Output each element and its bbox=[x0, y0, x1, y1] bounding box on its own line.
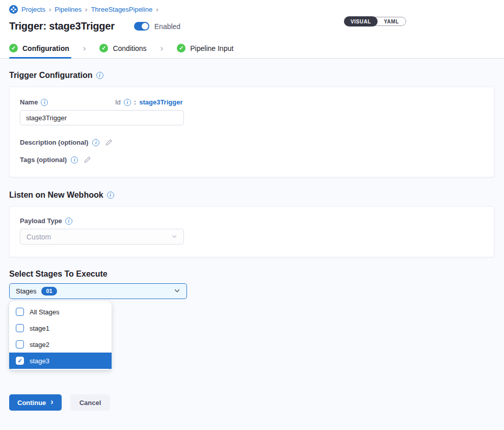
breadcrumb: Projects › Pipelines › ThreeStagesPipeli… bbox=[9, 5, 495, 14]
chevron-right-icon: › bbox=[161, 43, 164, 53]
info-icon[interactable]: i bbox=[107, 192, 114, 199]
trigger-configuration-card: Name i Id i : stage3Trigger Description … bbox=[9, 87, 494, 177]
payload-type-label: Payload Type bbox=[20, 217, 62, 225]
breadcrumb-projects[interactable]: Projects bbox=[21, 6, 45, 13]
enabled-toggle[interactable] bbox=[134, 22, 149, 31]
chevron-right-icon: › bbox=[50, 397, 53, 407]
checkbox-unchecked[interactable]: ✓ bbox=[16, 340, 24, 348]
option-label: stage3 bbox=[30, 357, 49, 365]
checkbox-unchecked[interactable]: ✓ bbox=[16, 324, 24, 332]
description-label: Description (optional) bbox=[20, 139, 88, 146]
edit-pencil-icon[interactable] bbox=[84, 156, 91, 164]
option-label: stage2 bbox=[30, 341, 49, 348]
id-label: Id bbox=[115, 98, 121, 106]
enabled-label: Enabled bbox=[154, 22, 180, 31]
tab-label: Pipeline Input bbox=[190, 44, 233, 52]
webhook-card: Payload Type i Custom bbox=[9, 206, 494, 257]
option-label: All Stages bbox=[30, 308, 60, 316]
tab-label: Configuration bbox=[22, 44, 69, 52]
toggle-knob bbox=[142, 23, 148, 30]
stages-select-label: Stages bbox=[16, 287, 36, 295]
name-field-label: Name bbox=[20, 98, 38, 106]
checkbox-checked[interactable]: ✓ bbox=[16, 357, 24, 365]
visual-toggle-button[interactable]: VISUAL bbox=[344, 16, 378, 26]
chevron-right-icon: › bbox=[83, 43, 86, 53]
stages-multiselect[interactable]: Stages 01 bbox=[9, 283, 187, 299]
chevron-down-icon bbox=[171, 233, 177, 241]
trigger-id-value[interactable]: stage3Trigger bbox=[139, 98, 182, 106]
cancel-button[interactable]: Cancel bbox=[70, 394, 111, 411]
chevron-down-icon bbox=[174, 287, 180, 296]
info-icon[interactable]: i bbox=[65, 218, 72, 225]
tags-label: Tags (optional) bbox=[20, 156, 67, 164]
checkbox-unchecked[interactable]: ✓ bbox=[16, 308, 24, 316]
breadcrumb-pipelines[interactable]: Pipelines bbox=[55, 6, 82, 13]
check-circle-icon: ✓ bbox=[9, 44, 18, 52]
cancel-label: Cancel bbox=[79, 399, 101, 407]
info-icon[interactable]: i bbox=[41, 99, 48, 106]
selected-count-badge: 01 bbox=[41, 287, 57, 295]
yaml-toggle-button[interactable]: YAML bbox=[377, 17, 406, 26]
edit-pencil-icon[interactable] bbox=[105, 139, 113, 146]
trigger-configuration-heading: Trigger Configuration i bbox=[9, 71, 494, 80]
stage-option-stage1[interactable]: ✓ stage1 bbox=[9, 320, 112, 336]
stage-option-stage3[interactable]: ✓ stage3 bbox=[9, 353, 112, 369]
chevron-right-icon: › bbox=[49, 6, 51, 13]
tab-configuration[interactable]: ✓ Configuration bbox=[9, 38, 69, 58]
page-header: Projects › Pipelines › ThreeStagesPipeli… bbox=[0, 0, 504, 38]
projects-grid-icon bbox=[9, 5, 18, 14]
stage-option-all-stages[interactable]: ✓ All Stages bbox=[9, 304, 112, 320]
stage-option-stage2[interactable]: ✓ stage2 bbox=[9, 336, 112, 353]
chevron-right-icon: › bbox=[85, 6, 87, 13]
main-content: Trigger Configuration i Name i Id i : st… bbox=[0, 59, 504, 430]
footer-actions: Continue › Cancel bbox=[9, 394, 494, 411]
option-label: stage1 bbox=[30, 325, 49, 332]
breadcrumb-pipeline-name[interactable]: ThreeStagesPipeline bbox=[91, 6, 152, 13]
trigger-name-input[interactable] bbox=[20, 110, 184, 125]
info-icon[interactable]: i bbox=[71, 156, 78, 164]
continue-label: Continue bbox=[17, 399, 46, 407]
visual-yaml-switch: VISUAL YAML bbox=[344, 17, 406, 26]
info-icon[interactable]: i bbox=[124, 99, 131, 106]
payload-type-value: Custom bbox=[26, 233, 51, 241]
heading-text: Trigger Configuration bbox=[9, 71, 93, 80]
stages-dropdown-menu: ✓ All Stages ✓ stage1 ✓ stage2 ✓ stage3 bbox=[9, 301, 112, 370]
payload-type-select[interactable]: Custom bbox=[20, 229, 184, 245]
page-title: Trigger: stage3Trigger bbox=[9, 20, 115, 32]
info-icon[interactable]: i bbox=[96, 72, 103, 79]
select-stages-heading: Select Stages To Execute bbox=[9, 270, 494, 279]
check-circle-icon: ✓ bbox=[177, 44, 185, 52]
check-circle-icon: ✓ bbox=[99, 44, 108, 52]
continue-button[interactable]: Continue › bbox=[9, 394, 62, 411]
info-icon[interactable]: i bbox=[92, 139, 99, 146]
chevron-right-icon: › bbox=[156, 6, 158, 13]
webhook-heading: Listen on New Webhook i bbox=[9, 191, 494, 200]
tab-conditions[interactable]: ✓ Conditions bbox=[99, 38, 146, 58]
tab-label: Conditions bbox=[113, 44, 146, 52]
id-separator: : bbox=[134, 98, 136, 106]
heading-text: Listen on New Webhook bbox=[9, 191, 103, 200]
tab-pipeline-input[interactable]: ✓ Pipeline Input bbox=[177, 38, 233, 58]
wizard-tab-bar: ✓ Configuration › ✓ Conditions › ✓ Pipel… bbox=[0, 38, 504, 59]
heading-text: Select Stages To Execute bbox=[9, 270, 108, 279]
